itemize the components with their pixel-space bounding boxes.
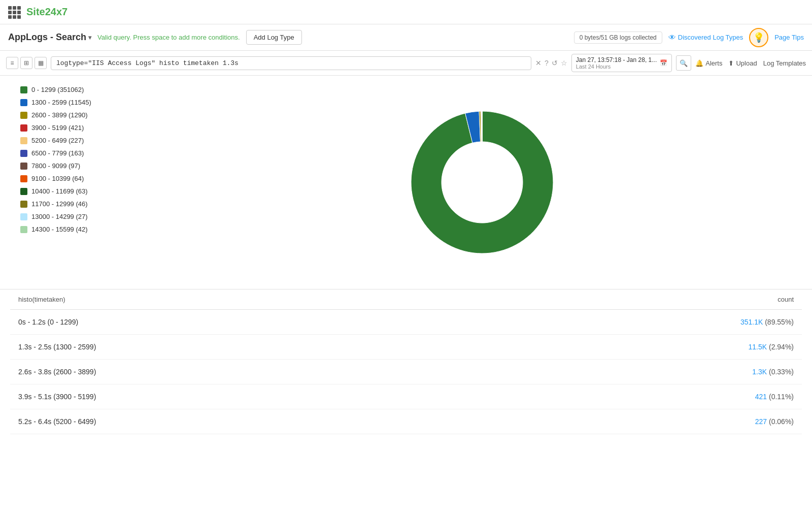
legend-label: 14300 - 15599 (42) xyxy=(31,225,88,233)
legend-color-swatch xyxy=(20,112,27,119)
bookmark-icon[interactable]: ☆ xyxy=(561,59,567,67)
count-value[interactable]: 421 xyxy=(755,393,767,401)
count-value[interactable]: 11.5K xyxy=(748,343,767,351)
discovered-log-types-link[interactable]: 👁 Discovered Log Types xyxy=(668,33,743,42)
valid-query-text: Valid query. Press space to add more con… xyxy=(97,34,240,41)
donut-chart-container: 89.6% xyxy=(173,86,792,279)
log-templates-link[interactable]: Log Templates xyxy=(763,59,806,67)
lightbulb-icon: 💡 xyxy=(753,32,764,43)
legend-color-swatch xyxy=(20,150,27,157)
table-cell-label: 2.6s - 3.8s (2600 - 3899) xyxy=(18,368,682,376)
legend-label: 7800 - 9099 (97) xyxy=(31,162,80,170)
table-row: 1.3s - 2.5s (1300 - 2599) 11.5K (2.94%) xyxy=(10,335,802,360)
legend-color-swatch xyxy=(20,201,27,208)
legend-item: 0 - 1299 (351062) xyxy=(20,86,152,93)
legend-item: 7800 - 9099 (97) xyxy=(20,162,152,170)
table-cell-count: 227 (0.06%) xyxy=(682,417,794,426)
page-tips-label[interactable]: Page Tips xyxy=(774,34,804,41)
table-row: 3.9s - 5.1s (3900 - 5199) 421 (0.11%) xyxy=(10,384,802,409)
legend-item: 11700 - 12999 (46) xyxy=(20,200,152,208)
legend-item: 6500 - 7799 (163) xyxy=(20,149,152,157)
query-actions: ✕ ? ↺ ☆ xyxy=(535,59,567,67)
eye-icon: 👁 xyxy=(668,33,676,42)
legend-label: 11700 - 12999 (46) xyxy=(31,200,88,208)
table-row: 2.6s - 3.8s (2600 - 3899) 1.3K (0.33%) xyxy=(10,360,802,384)
count-value[interactable]: 1.3K xyxy=(752,368,767,376)
count-pct: (89.55%) xyxy=(765,318,794,326)
help-icon[interactable]: ? xyxy=(545,59,549,67)
col-header-count: count xyxy=(682,296,794,303)
grid-menu-icon[interactable] xyxy=(8,6,20,18)
legend-label: 13000 - 14299 (27) xyxy=(31,213,88,220)
count-pct: (0.11%) xyxy=(769,393,794,401)
add-log-type-button[interactable]: Add Log Type xyxy=(246,30,302,45)
clear-query-icon[interactable]: ✕ xyxy=(535,59,542,67)
legend-item: 10400 - 11699 (63) xyxy=(20,187,152,195)
table-cell-count: 1.3K (0.33%) xyxy=(682,368,794,376)
legend-item: 9100 - 10399 (64) xyxy=(20,175,152,182)
top-nav: Site24x7 xyxy=(0,0,812,24)
table-header-row: histo(timetaken) count xyxy=(10,289,802,310)
right-actions: 🔔 Alerts ⬆ Upload Log Templates xyxy=(695,59,806,67)
chart-legend: 0 - 1299 (351062) 1300 - 2599 (11545) 26… xyxy=(20,86,152,238)
legend-item: 14300 - 15599 (42) xyxy=(20,225,152,233)
legend-color-swatch xyxy=(20,124,27,132)
search-button[interactable]: 🔍 xyxy=(676,55,691,71)
title-dropdown-arrow[interactable]: ▾ xyxy=(88,34,91,41)
calendar-icon[interactable]: 📅 xyxy=(660,59,667,67)
datetime-picker[interactable]: Jan 27, 13:57:18 - Jan 28, 1... Last 24 … xyxy=(571,54,672,72)
donut-center-label: 89.6% xyxy=(469,177,495,187)
page-tips-icon-button[interactable]: 💡 xyxy=(749,28,768,47)
bytes-info: 0 bytes/51 GB logs collected xyxy=(574,31,662,44)
legend-color-swatch xyxy=(20,188,27,195)
grid-view-icon[interactable]: ⊞ xyxy=(20,57,32,69)
count-pct: (2.94%) xyxy=(769,343,794,351)
legend-color-swatch xyxy=(20,175,27,182)
table-view-icon[interactable]: ▦ xyxy=(35,57,47,69)
table-cell-count: 11.5K (2.94%) xyxy=(682,343,794,351)
alerts-link[interactable]: 🔔 Alerts xyxy=(695,59,722,67)
upload-icon: ⬆ xyxy=(728,59,734,67)
table-body: 0s - 1.2s (0 - 1299) 351.1K (89.55%) 1.3… xyxy=(10,310,802,434)
legend-label: 3900 - 5199 (421) xyxy=(31,124,84,132)
legend-color-swatch xyxy=(20,86,27,93)
legend-item: 5200 - 6499 (227) xyxy=(20,137,152,144)
table-row: 5.2s - 6.4s (5200 - 6499) 227 (0.06%) xyxy=(10,409,802,434)
query-input[interactable] xyxy=(51,56,531,70)
table-cell-label: 0s - 1.2s (0 - 1299) xyxy=(18,318,682,326)
legend-color-swatch xyxy=(20,226,27,233)
query-icons-group: ≡ ⊞ ▦ xyxy=(6,57,47,69)
col-header-histo: histo(timetaken) xyxy=(18,296,682,303)
site24x7-logo: Site24x7 xyxy=(26,6,67,18)
datetime-range: Jan 27, 13:57:18 - Jan 28, 1... xyxy=(576,56,657,63)
table-cell-label: 3.9s - 5.1s (3900 - 5199) xyxy=(18,393,682,401)
legend-label: 0 - 1299 (351062) xyxy=(31,86,84,93)
page-title: AppLogs - Search ▾ xyxy=(8,32,91,43)
results-table: histo(timetaken) count 0s - 1.2s (0 - 12… xyxy=(0,289,812,434)
table-cell-label: 5.2s - 6.4s (5200 - 6499) xyxy=(18,417,682,426)
legend-label: 2600 - 3899 (1290) xyxy=(31,111,88,119)
table-row: 0s - 1.2s (0 - 1299) 351.1K (89.55%) xyxy=(10,310,802,335)
legend-color-swatch xyxy=(20,137,27,144)
bell-icon: 🔔 xyxy=(695,59,703,67)
legend-item: 2600 - 3899 (1290) xyxy=(20,111,152,119)
upload-link[interactable]: ⬆ Upload xyxy=(728,59,757,67)
legend-item: 13000 - 14299 (27) xyxy=(20,213,152,220)
count-value[interactable]: 351.1K xyxy=(740,318,763,326)
legend-label: 5200 - 6499 (227) xyxy=(31,137,84,144)
legend-label: 10400 - 11699 (63) xyxy=(31,187,88,195)
main-content: 0 - 1299 (351062) 1300 - 2599 (11545) 26… xyxy=(0,76,812,289)
legend-item: 3900 - 5199 (421) xyxy=(20,124,152,132)
count-value[interactable]: 227 xyxy=(755,417,767,426)
refresh-icon[interactable]: ↺ xyxy=(552,59,558,67)
legend-item: 1300 - 2599 (11545) xyxy=(20,99,152,106)
legend-label: 6500 - 7799 (163) xyxy=(31,149,84,157)
table-cell-count: 421 (0.11%) xyxy=(682,393,794,401)
query-bar: ≡ ⊞ ▦ ✕ ? ↺ ☆ Jan 27, 13:57:18 - Jan 28,… xyxy=(0,51,812,76)
table-cell-label: 1.3s - 2.5s (1300 - 2599) xyxy=(18,343,682,351)
table-cell-count: 351.1K (89.55%) xyxy=(682,318,794,326)
list-view-icon[interactable]: ≡ xyxy=(6,57,18,69)
count-pct: (0.33%) xyxy=(769,368,794,376)
legend-color-swatch xyxy=(20,99,27,106)
legend-label: 1300 - 2599 (11545) xyxy=(31,99,91,106)
